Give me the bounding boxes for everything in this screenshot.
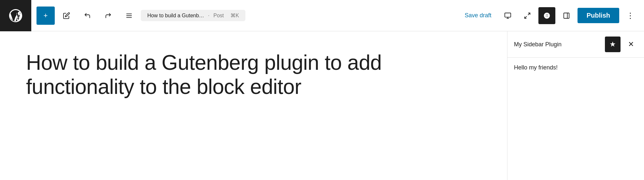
- panel-right-icon: [563, 12, 570, 19]
- add-block-button[interactable]: +: [37, 7, 55, 25]
- post-heading: How to build a Gutenberg plugin to add f…: [26, 51, 481, 99]
- fullscreen-button[interactable]: [519, 7, 536, 24]
- undo-button[interactable]: [78, 7, 96, 25]
- sidebar-content: Hello my friends!: [507, 58, 644, 78]
- view-desktop-button[interactable]: [499, 7, 516, 24]
- edit-mode-button[interactable]: [57, 7, 76, 25]
- svg-rect-8: [546, 15, 548, 16]
- post-title-pill[interactable]: How to build a Gutenb… · Post ⌘K: [141, 10, 245, 21]
- publish-button[interactable]: Publish: [578, 8, 619, 23]
- toolbar: + How to build a Gutenb… · Post ⌘K: [0, 0, 644, 31]
- main-area: How to build a Gutenberg plugin to add f…: [0, 31, 644, 180]
- save-draft-button[interactable]: Save draft: [460, 9, 497, 22]
- post-title-truncated: How to build a Gutenb…: [147, 13, 204, 19]
- redo-icon: [105, 12, 112, 19]
- wp-logo[interactable]: [0, 0, 31, 31]
- svg-rect-9: [546, 16, 548, 17]
- post-type-label: Post: [213, 13, 224, 19]
- redo-button[interactable]: [99, 7, 117, 25]
- sidebar-message: Hello my friends!: [514, 64, 637, 71]
- sidebar-star-button[interactable]: ★: [605, 37, 621, 52]
- svg-rect-10: [564, 13, 569, 18]
- star-icon: ★: [609, 40, 616, 49]
- sidebar-title: My Sidebar Plugin: [514, 41, 601, 48]
- keyboard-shortcut: ⌘K: [230, 12, 239, 19]
- more-options-button[interactable]: ⋮: [622, 7, 639, 24]
- post-title-separator: ·: [208, 13, 209, 19]
- sidebar-header: My Sidebar Plugin ★ ✕: [507, 31, 644, 58]
- list-view-icon: [125, 12, 133, 19]
- undo-icon: [84, 12, 91, 19]
- plug-icon: [543, 12, 550, 19]
- sidebar-close-button[interactable]: ✕: [624, 38, 637, 51]
- close-icon: ✕: [628, 40, 634, 49]
- list-view-button[interactable]: [120, 7, 138, 25]
- more-dots-icon: ⋮: [626, 11, 634, 20]
- pencil-icon: [63, 12, 70, 19]
- desktop-icon: [504, 12, 511, 19]
- plugin-sidebar-button[interactable]: [538, 7, 555, 24]
- fullscreen-icon: [524, 12, 531, 19]
- svg-rect-3: [505, 13, 511, 17]
- wordpress-icon: [8, 8, 23, 23]
- svg-line-7: [525, 16, 527, 18]
- svg-line-6: [528, 13, 530, 15]
- settings-panel-button[interactable]: [558, 7, 575, 24]
- editor-area[interactable]: How to build a Gutenberg plugin to add f…: [0, 31, 507, 180]
- sidebar-panel: My Sidebar Plugin ★ ✕ Hello my friends!: [507, 31, 644, 180]
